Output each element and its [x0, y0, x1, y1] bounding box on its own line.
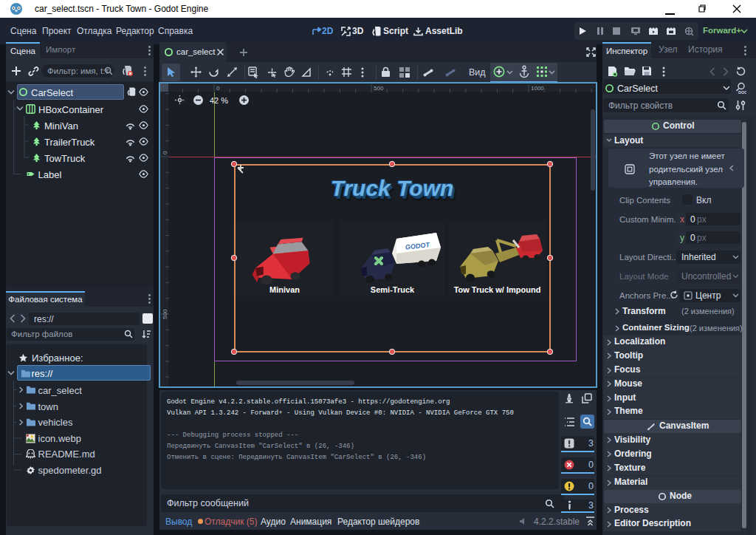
- svg-text:500: 500: [162, 309, 168, 319]
- svg-text:0: 0: [216, 85, 220, 92]
- svg-text:DOC: DOC: [738, 90, 746, 95]
- svg-text:500: 500: [374, 85, 384, 92]
- svg-text:1000: 1000: [531, 85, 544, 92]
- svg-text:0: 0: [162, 151, 168, 154]
